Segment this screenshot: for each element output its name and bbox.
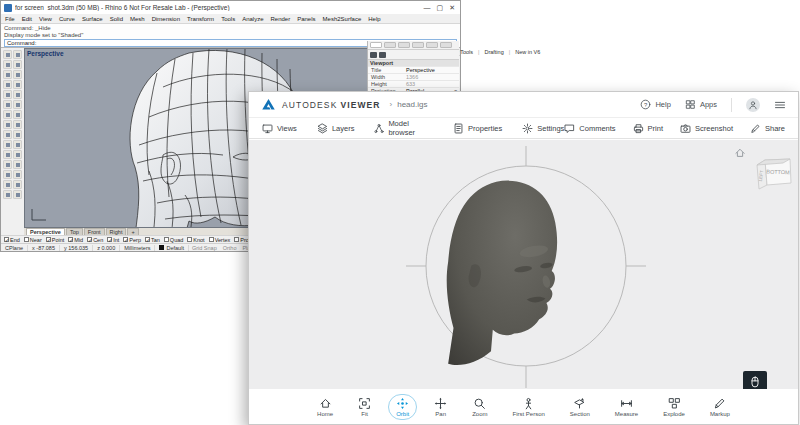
help-button[interactable]: ? Help	[640, 99, 670, 110]
toolbar-item-print[interactable]: Print	[633, 123, 663, 134]
rhino-tool-icon[interactable]	[13, 180, 22, 189]
checkbox[interactable]	[24, 237, 29, 242]
viewport-tab-front[interactable]: Front	[84, 228, 105, 235]
rhino-tool-icon[interactable]	[13, 170, 22, 179]
toolbar-item-model-browser[interactable]: Model browser	[374, 119, 433, 137]
menu-file[interactable]: File	[5, 16, 15, 22]
menu-mesh[interactable]: Mesh	[130, 16, 145, 22]
view-cube[interactable]: BOTTOM LEFT	[752, 152, 794, 196]
toolbar-tab-drafting[interactable]: Drafting	[484, 49, 503, 55]
menu-analyze[interactable]: Analyze	[242, 16, 263, 22]
osnap-quad[interactable]: Quad	[164, 237, 183, 243]
rhino-tool-icon[interactable]	[13, 190, 22, 199]
rhino-tool-icon[interactable]	[3, 130, 12, 139]
menu-curve[interactable]: Curve	[59, 16, 75, 22]
menu-view[interactable]: View	[39, 16, 52, 22]
osnap-point[interactable]: ✓Point	[46, 237, 65, 243]
checkbox[interactable]: ✓	[107, 237, 112, 242]
toolbar-item-screenshot[interactable]: Screenshot	[680, 123, 733, 134]
dock-tool-zoom[interactable]: Zoom	[464, 394, 495, 420]
toolbar-item-views[interactable]: Views	[262, 119, 297, 137]
close-button[interactable]: ✕	[449, 4, 455, 12]
checkbox[interactable]	[209, 237, 214, 242]
checkbox[interactable]: ✓	[4, 237, 9, 242]
menu-surface[interactable]: Surface	[82, 16, 103, 22]
rhino-tool-icon[interactable]	[3, 170, 12, 179]
dock-tool-home[interactable]: Home	[309, 394, 341, 420]
viewport-tab-right[interactable]: Right	[106, 228, 127, 235]
dock-tool-first-person[interactable]: First Person	[504, 394, 552, 420]
toolbar-item-properties[interactable]: Properties	[453, 119, 502, 137]
osnap-mid[interactable]: ✓Mid	[68, 237, 83, 243]
osnap-cen[interactable]: ✓Cen	[87, 237, 103, 243]
rhino-tool-icon[interactable]	[3, 190, 12, 199]
panel-material-icon[interactable]	[379, 52, 386, 58]
dock-tool-explode[interactable]: Explode	[655, 394, 693, 420]
toolbar-item-settings[interactable]: Settings	[522, 119, 564, 137]
menu-edit[interactable]: Edit	[22, 16, 32, 22]
panel-tab-display[interactable]	[398, 42, 410, 48]
viewport-tab-top[interactable]: Top	[66, 228, 83, 235]
osnap-int[interactable]: ✓Int	[107, 237, 119, 243]
rhino-titlebar[interactable]: for screen_shot.3dm (50 MB) - Rhino 6 No…	[1, 1, 460, 14]
checkbox[interactable]: ✓	[68, 237, 73, 242]
rhino-tool-icon[interactable]	[3, 100, 12, 109]
rhino-tool-icon[interactable]	[3, 140, 12, 149]
dock-tool-markup[interactable]: Markup	[702, 394, 738, 420]
checkbox[interactable]: ✓	[87, 237, 92, 242]
viewport-title-label[interactable]: Perspective	[27, 50, 64, 57]
viewcube-home-icon[interactable]	[734, 147, 746, 159]
panel-tab-layers[interactable]	[384, 42, 396, 48]
menu-mesh2surface[interactable]: Mesh2Surface	[323, 16, 362, 22]
rhino-tool-icon[interactable]	[3, 160, 12, 169]
dock-tool-pan[interactable]: Pan	[426, 394, 455, 420]
viewport-tab-[interactable]: +	[127, 228, 138, 235]
menu-tools[interactable]: Tools	[221, 16, 235, 22]
rhino-tool-icon[interactable]	[3, 150, 12, 159]
rhino-tool-icon[interactable]	[3, 80, 12, 89]
rhino-tool-icon[interactable]	[13, 120, 22, 129]
osnap-knot[interactable]: Knot	[187, 237, 204, 243]
dock-tool-fit[interactable]: Fit	[350, 394, 379, 420]
rhino-tool-icon[interactable]	[3, 50, 12, 59]
checkbox[interactable]	[187, 237, 192, 242]
rhino-tool-icon[interactable]	[13, 90, 22, 99]
osnap-near[interactable]: Near	[24, 237, 42, 243]
panel-object-icon[interactable]	[370, 52, 377, 58]
toolbar-item-layers[interactable]: Layers	[317, 119, 355, 137]
panel-tab-properties[interactable]	[370, 42, 382, 48]
checkbox[interactable]: ✓	[123, 237, 128, 242]
rhino-tool-icon[interactable]	[3, 110, 12, 119]
menu-solid[interactable]: Solid	[110, 16, 123, 22]
shaded-head-model[interactable]	[441, 176, 566, 373]
menu-render[interactable]: Render	[271, 16, 291, 22]
rhino-tool-icon[interactable]	[13, 160, 22, 169]
checkbox[interactable]	[234, 237, 239, 242]
dock-tool-measure[interactable]: Measure	[607, 394, 646, 420]
osnap-end[interactable]: ✓End	[4, 237, 20, 243]
apps-button[interactable]: Apps	[685, 99, 717, 110]
rhino-tool-icon[interactable]	[13, 80, 22, 89]
rhino-tool-icon[interactable]	[13, 110, 22, 119]
maximize-button[interactable]: ▢	[437, 4, 444, 12]
breadcrumb-file-name[interactable]: head.igs	[397, 100, 427, 109]
minimize-button[interactable]: —	[424, 4, 431, 12]
menu-transform[interactable]: Transform	[187, 16, 214, 22]
menu-help[interactable]: Help	[368, 16, 380, 22]
status-layer[interactable]: Default	[155, 245, 188, 251]
rhino-tool-icon[interactable]	[13, 150, 22, 159]
viewport-tab-perspective[interactable]: Perspective	[26, 228, 65, 235]
rhino-tool-icon[interactable]	[3, 180, 12, 189]
panel-tab-help[interactable]	[412, 42, 424, 48]
toolbar-tab-new-in-v6[interactable]: New in V6	[515, 49, 540, 55]
rhino-tool-icon[interactable]	[3, 70, 12, 79]
osnap-perp[interactable]: ✓Perp	[123, 237, 141, 243]
osnap-tan[interactable]: ✓Tan	[145, 237, 160, 243]
rhino-tool-icon[interactable]	[13, 70, 22, 79]
rhino-tool-icon[interactable]	[13, 100, 22, 109]
osnap-vertex[interactable]: Vertex	[209, 237, 231, 243]
checkbox[interactable]	[164, 237, 169, 242]
panel-tab-libraries[interactable]	[426, 42, 438, 48]
dock-tool-section[interactable]: Section	[562, 394, 598, 420]
user-avatar[interactable]	[746, 98, 760, 112]
